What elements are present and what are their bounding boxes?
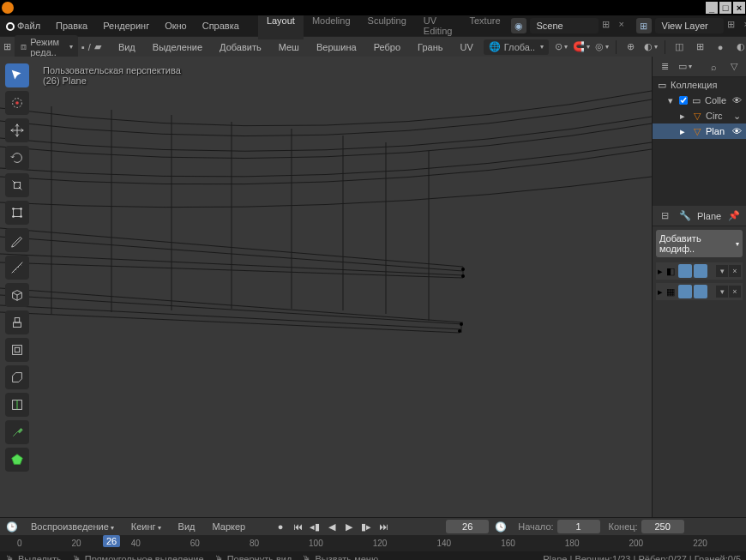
outliner-item-circle[interactable]: ▸ ▽ Circ ⌄ xyxy=(653,108,746,123)
modifier-move-button[interactable]: ▾ xyxy=(716,286,728,298)
outliner-collection[interactable]: ▾ ▭ Colle 👁 xyxy=(653,93,746,108)
tool-loopcut[interactable] xyxy=(5,393,29,417)
pivot-dropdown[interactable]: ⊙ xyxy=(552,39,569,56)
selectmode-edge-button[interactable]: / xyxy=(88,39,91,56)
outliner[interactable]: ▭ Коллекция ▾ ▭ Colle 👁 ▸ ▽ Circ ⌄ ▸ ▽ P… xyxy=(653,77,746,206)
modifier-delete-button[interactable]: × xyxy=(729,286,741,298)
shading-wireframe-button[interactable]: ⊞ xyxy=(691,39,708,56)
modifier-row-1[interactable]: ▸◧ ▾× xyxy=(656,262,743,280)
autokey-button[interactable]: ● xyxy=(273,520,288,533)
jump-start-button[interactable]: ⏮ xyxy=(290,520,305,533)
tool-annotate[interactable] xyxy=(5,228,29,252)
menu-render[interactable]: Рендеринг xyxy=(96,18,156,33)
play-reverse-button[interactable]: ◀ xyxy=(324,520,340,533)
tool-rotate[interactable] xyxy=(5,146,29,170)
end-frame-input[interactable]: 250 xyxy=(641,520,684,533)
current-frame-input[interactable]: 26 xyxy=(446,520,489,533)
timeline-keying-menu[interactable]: Кеинг xyxy=(124,519,168,534)
pin-icon[interactable]: 📌 xyxy=(725,208,743,225)
tab-sculpting[interactable]: Sculpting xyxy=(359,12,415,39)
xray-toggle[interactable]: ◫ xyxy=(671,39,688,56)
outliner-item-plane[interactable]: ▸ ▽ Plan 👁 xyxy=(653,123,746,139)
play-button[interactable]: ▶ xyxy=(341,520,357,533)
viewport-menu-view[interactable]: Вид xyxy=(111,39,142,55)
start-frame-input[interactable]: 1 xyxy=(557,520,600,533)
timeline-view-menu[interactable]: Вид xyxy=(171,519,202,534)
tool-scale[interactable] xyxy=(5,173,29,197)
tab-modeling[interactable]: Modeling xyxy=(304,12,359,39)
gizmo-dropdown[interactable]: ⊕ xyxy=(622,39,639,56)
tool-cursor[interactable] xyxy=(5,91,29,115)
timeline-editor-icon[interactable]: 🕒 xyxy=(3,518,21,535)
tool-move[interactable] xyxy=(5,118,29,142)
tool-measure[interactable] xyxy=(5,256,29,280)
viewport-menu-uv[interactable]: UV xyxy=(453,39,479,55)
tab-layout[interactable]: Layout xyxy=(258,12,304,39)
modifier-row-2[interactable]: ▸▦ ▾× xyxy=(656,283,743,300)
modifier-delete-button[interactable]: × xyxy=(729,265,741,277)
properties-editor-icon[interactable]: ⊟ xyxy=(656,208,673,225)
tool-extrude[interactable] xyxy=(5,310,29,334)
viewport-menu-mesh[interactable]: Меш xyxy=(272,39,306,55)
outliner-display-mode[interactable]: ▭ xyxy=(677,58,694,75)
outliner-editor-icon[interactable]: ≣ xyxy=(656,58,673,75)
eye-icon[interactable]: 👁 xyxy=(731,94,743,106)
shading-solid-button[interactable]: ● xyxy=(712,39,729,56)
tool-add-cube[interactable] xyxy=(5,283,29,307)
outliner-filter-button[interactable]: ▽ xyxy=(725,58,743,75)
viewport-menu-face[interactable]: Грань xyxy=(411,39,449,55)
maximize-button[interactable]: □ xyxy=(719,1,732,15)
scene-name-input[interactable]: Scene xyxy=(530,18,599,33)
timeclip-icon[interactable]: 🕓 xyxy=(492,518,509,535)
keyframe-prev-button[interactable]: ◂▮ xyxy=(307,520,322,533)
tool-select-box[interactable] xyxy=(5,63,29,87)
viewport-menu-vertex[interactable]: Вершина xyxy=(310,39,364,55)
jump-end-button[interactable]: ⏭ xyxy=(376,520,391,533)
tool-inset[interactable] xyxy=(5,338,29,362)
menu-help[interactable]: Справка xyxy=(196,18,246,33)
outliner-filter-icon[interactable]: ⌕ xyxy=(705,58,722,75)
browse-scene-button[interactable]: ⊞ xyxy=(602,19,616,33)
viewport-menu-edge[interactable]: Ребро xyxy=(367,39,407,55)
chevron-icon[interactable]: ⌄ xyxy=(731,110,743,122)
playhead[interactable]: 26 xyxy=(103,535,120,547)
viewport-menu-select[interactable]: Выделение xyxy=(146,39,209,55)
browse-viewlayer-button[interactable]: ⊞ xyxy=(727,19,741,33)
minimize-button[interactable]: _ xyxy=(705,1,719,15)
mode-dropdown[interactable]: ⧈ Режим реда.. xyxy=(15,35,78,59)
tab-uvediting[interactable]: UV Editing xyxy=(415,12,461,39)
menu-file[interactable]: Файл xyxy=(10,18,47,33)
tab-texture[interactable]: Texture xyxy=(460,12,508,39)
selectmode-face-button[interactable]: ▰ xyxy=(94,39,101,56)
add-modifier-dropdown[interactable]: Добавить модиф.. xyxy=(656,230,743,257)
editor-type-icon[interactable]: ⊞ xyxy=(3,39,11,56)
tool-transform[interactable] xyxy=(5,201,29,225)
tool-knife[interactable] xyxy=(5,420,29,444)
eye-icon[interactable]: 👁 xyxy=(731,125,743,137)
outliner-scene-collection[interactable]: ▭ Коллекция xyxy=(653,77,746,93)
timeline-marker-menu[interactable]: Маркер xyxy=(205,519,252,534)
menu-edit[interactable]: Правка xyxy=(49,18,94,33)
wrench-icon[interactable]: 🔧 xyxy=(677,208,694,225)
close-button[interactable]: × xyxy=(732,1,746,15)
scene-icon[interactable]: ◉ xyxy=(511,18,526,33)
shading-matprev-button[interactable]: ◐ xyxy=(732,39,746,56)
timeline-playback-menu[interactable]: Воспроизведение xyxy=(24,519,121,534)
3d-viewport[interactable]: Пользовательская перспектива (26) Plane xyxy=(0,57,652,517)
viewport-menu-add[interactable]: Добавить xyxy=(213,39,268,55)
delete-scene-button[interactable]: × xyxy=(619,19,633,33)
menu-window[interactable]: Окно xyxy=(158,18,194,33)
viewlayer-name-input[interactable]: View Layer xyxy=(655,18,724,33)
viewlayer-icon[interactable]: ⊞ xyxy=(636,18,652,33)
timeline-ruler[interactable]: 020406080100120140160180200220240 26 xyxy=(0,535,746,551)
snap-dropdown[interactable]: 🧲 xyxy=(573,39,590,56)
transform-orientation-dropdown[interactable]: 🌐 Глоба.. xyxy=(484,39,549,55)
overlay-dropdown[interactable]: ◐ xyxy=(642,39,659,56)
proportional-dropdown[interactable]: ◎ xyxy=(593,39,611,56)
selectmode-vertex-button[interactable]: ▪ xyxy=(81,39,85,56)
collection-enable-checkbox[interactable] xyxy=(679,96,688,105)
tool-bevel[interactable] xyxy=(5,365,29,389)
tool-polybuild[interactable] xyxy=(5,448,29,472)
modifier-move-button[interactable]: ▾ xyxy=(716,265,728,277)
keyframe-next-button[interactable]: ▮▸ xyxy=(358,520,374,533)
